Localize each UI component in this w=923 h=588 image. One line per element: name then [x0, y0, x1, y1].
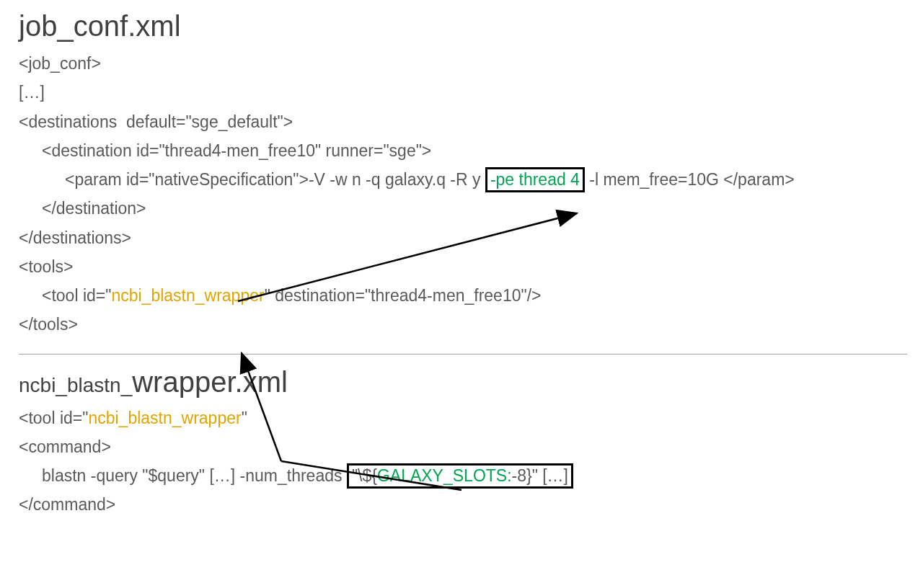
- line-part: <tool id=": [19, 409, 88, 427]
- line-part: -l mem_free=10G </param>: [585, 170, 795, 189]
- box-text: -8}" […]: [512, 466, 568, 485]
- line-part: ": [242, 409, 247, 427]
- highlighted-box-pe-thread: -pe thread 4: [485, 167, 585, 192]
- line: <tools>: [19, 257, 73, 276]
- section1-title: job_conf.xml: [19, 9, 907, 43]
- line: <job_conf>: [19, 54, 101, 73]
- line: </command>: [19, 495, 115, 514]
- title-big-part: wrapper.xml: [132, 366, 288, 398]
- line: <command>: [19, 437, 111, 456]
- line: […]: [19, 83, 45, 102]
- line: <destinations default="sge_default">: [19, 112, 293, 131]
- orange-text: ncbi_blastn_wrapper: [111, 286, 264, 305]
- section2-title: ncbi_blastn_wrapper.xml: [19, 365, 907, 399]
- line-part: <param id="nativeSpecification">-V -w n …: [19, 165, 485, 194]
- line: </destinations>: [19, 228, 131, 247]
- title-small-part: ncbi_blastn_: [19, 374, 132, 396]
- line-part: " destination="thread4-men_free10"/>: [265, 286, 542, 305]
- green-text: GALAXY_SLOTS:: [377, 466, 512, 485]
- line: <destination id="thread4-men_free10" run…: [19, 136, 431, 165]
- green-text: -pe thread 4: [490, 170, 580, 189]
- divider-line: [19, 354, 907, 355]
- line-part: <tool id=": [19, 281, 111, 310]
- line: </tools>: [19, 315, 78, 334]
- orange-text: ncbi_blastn_wrapper: [88, 409, 241, 427]
- box-text: "\${: [352, 466, 377, 485]
- line: </destination>: [19, 194, 146, 223]
- line-part: blastn -query "$query" […] -num_threads: [19, 461, 347, 490]
- highlighted-box-galaxy-slots: "\${GALAXY_SLOTS:-8}" […]: [347, 463, 573, 489]
- code-block-1: <job_conf> […] <destinations default="sg…: [19, 49, 907, 339]
- code-block-2: <tool id="ncbi_blastn_wrapper" <command>…: [19, 404, 907, 520]
